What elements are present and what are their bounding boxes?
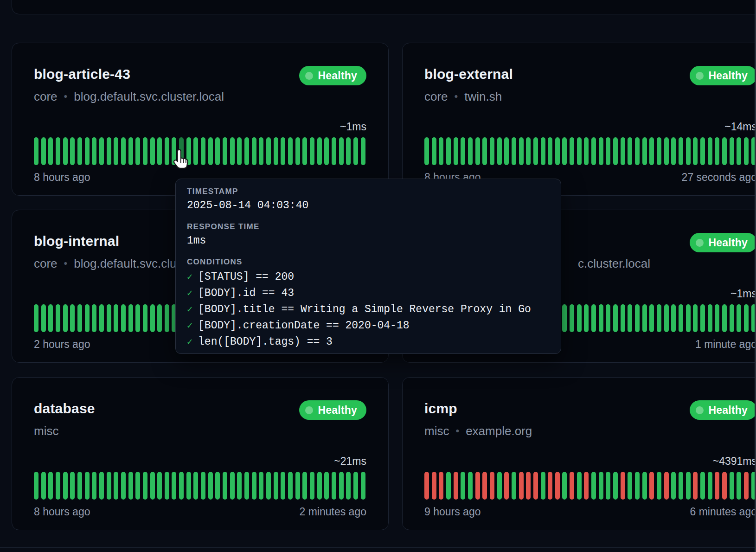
uptime-bar[interactable] [715, 304, 719, 332]
uptime-bar[interactable] [361, 137, 365, 165]
uptime-bar[interactable] [591, 137, 596, 165]
uptime-bar[interactable] [165, 137, 169, 165]
uptime-bar[interactable] [679, 304, 683, 332]
uptime-bar[interactable] [172, 472, 176, 500]
uptime-bar[interactable] [361, 472, 365, 500]
uptime-bar[interactable] [77, 304, 82, 332]
uptime-bar[interactable] [302, 472, 307, 500]
uptime-bar[interactable] [41, 304, 46, 332]
uptime-bar[interactable] [599, 304, 603, 332]
uptime-bar[interactable] [649, 304, 654, 332]
uptime-bar[interactable] [570, 472, 574, 500]
uptime-bar[interactable] [497, 137, 502, 165]
uptime-bar[interactable] [526, 472, 531, 500]
uptime-bar[interactable] [482, 472, 487, 500]
uptime-bar[interactable] [208, 137, 213, 165]
uptime-bar[interactable] [642, 137, 647, 165]
uptime-bar[interactable] [34, 304, 38, 332]
uptime-bar[interactable] [686, 137, 691, 165]
uptime-bar[interactable] [548, 472, 552, 500]
uptime-bar[interactable] [708, 304, 712, 332]
uptime-bar[interactable] [128, 304, 133, 332]
uptime-bar[interactable] [288, 137, 293, 165]
uptime-bar[interactable] [693, 472, 698, 500]
uptime-bar[interactable] [700, 304, 705, 332]
uptime-bar[interactable] [157, 137, 162, 165]
uptime-bar[interactable] [700, 472, 705, 500]
uptime-bar[interactable] [621, 137, 625, 165]
uptime-bar[interactable] [533, 472, 538, 500]
uptime-bar[interactable] [128, 137, 133, 165]
uptime-bar[interactable] [722, 304, 727, 332]
uptime-bar[interactable] [121, 137, 126, 165]
uptime-bar[interactable] [744, 304, 749, 332]
endpoint-card-blog-external[interactable]: blog-external core•twin.sh Healthy ~14ms… [402, 43, 756, 196]
uptime-bar[interactable] [693, 304, 698, 332]
uptime-bar[interactable] [324, 137, 329, 165]
uptime-bar[interactable] [439, 472, 443, 500]
uptime-bar[interactable] [730, 137, 734, 165]
uptime-bar[interactable] [730, 304, 734, 332]
uptime-bar[interactable] [135, 137, 140, 165]
uptime-bar[interactable] [353, 137, 358, 165]
uptime-bar[interactable] [599, 137, 603, 165]
uptime-bar[interactable] [599, 472, 603, 500]
uptime-bar[interactable] [157, 304, 162, 332]
uptime-bar[interactable] [512, 137, 516, 165]
uptime-bar[interactable] [302, 137, 307, 165]
uptime-bar[interactable] [215, 472, 220, 500]
uptime-bar[interactable] [274, 472, 278, 500]
uptime-bar[interactable] [143, 472, 147, 500]
uptime-bar[interactable] [461, 137, 465, 165]
uptime-bar[interactable] [310, 472, 314, 500]
uptime-bar[interactable] [99, 137, 104, 165]
uptime-bar[interactable] [468, 137, 473, 165]
uptime-bar[interactable] [541, 472, 545, 500]
uptime-bar[interactable] [512, 472, 516, 500]
uptime-bar[interactable] [591, 472, 596, 500]
uptime-bar[interactable] [504, 137, 509, 165]
uptime-bar[interactable] [114, 137, 118, 165]
uptime-bar[interactable] [34, 137, 38, 165]
uptime-bar[interactable] [737, 472, 741, 500]
uptime-bar[interactable] [317, 472, 322, 500]
uptime-bar[interactable] [244, 137, 249, 165]
uptime-bar[interactable] [519, 472, 524, 500]
uptime-bar[interactable] [107, 472, 111, 500]
uptime-bar[interactable] [339, 137, 344, 165]
uptime-bar[interactable] [744, 472, 749, 500]
uptime-bar[interactable] [165, 472, 169, 500]
uptime-bar[interactable] [281, 472, 285, 500]
uptime-bar[interactable] [223, 137, 227, 165]
uptime-bar[interactable] [317, 137, 322, 165]
uptime-bar[interactable] [237, 137, 242, 165]
uptime-bar[interactable] [215, 137, 220, 165]
uptime-bar[interactable] [613, 472, 618, 500]
uptime-bar[interactable] [490, 472, 494, 500]
uptime-bar[interactable] [621, 472, 625, 500]
uptime-bar[interactable] [606, 472, 610, 500]
uptime-bar[interactable] [274, 137, 278, 165]
uptime-bar[interactable] [446, 137, 451, 165]
uptime-bar[interactable] [628, 137, 632, 165]
uptime-bar[interactable] [193, 472, 198, 500]
uptime-bar[interactable] [671, 304, 676, 332]
uptime-bar[interactable] [99, 304, 104, 332]
uptime-bar[interactable] [432, 137, 436, 165]
uptime-bar[interactable] [252, 137, 256, 165]
uptime-bar[interactable] [635, 304, 640, 332]
uptime-bar[interactable] [555, 137, 560, 165]
uptime-bar[interactable] [92, 472, 96, 500]
uptime-bar[interactable] [664, 304, 669, 332]
uptime-bar[interactable] [613, 304, 618, 332]
uptime-bar[interactable] [41, 472, 46, 500]
uptime-bar[interactable] [179, 472, 184, 500]
uptime-bar[interactable] [63, 137, 68, 165]
uptime-bar[interactable] [730, 472, 734, 500]
uptime-bar[interactable] [208, 472, 213, 500]
uptime-bar[interactable] [679, 472, 683, 500]
uptime-bar[interactable] [744, 137, 749, 165]
uptime-bar[interactable] [346, 137, 351, 165]
uptime-bar[interactable] [562, 304, 567, 332]
uptime-bar[interactable] [339, 472, 344, 500]
